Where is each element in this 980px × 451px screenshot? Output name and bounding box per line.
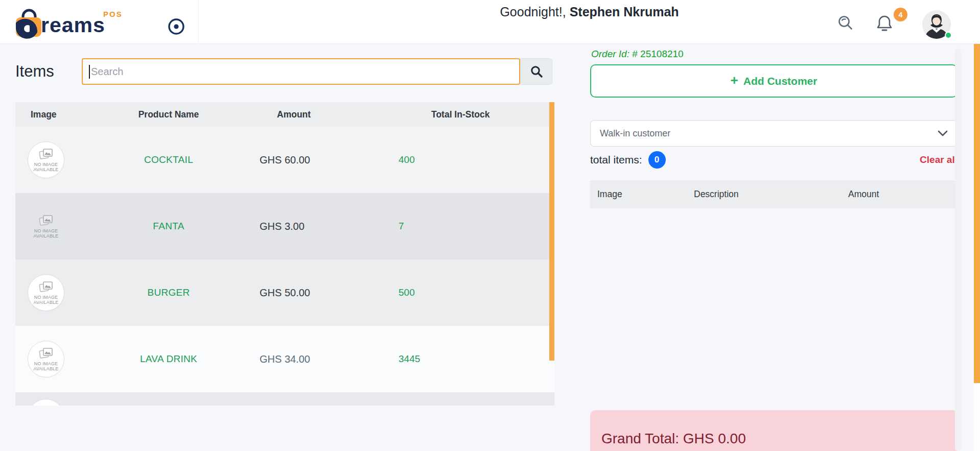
shopping-bag-icon bbox=[14, 5, 44, 39]
product-amount: GHS 60.00 bbox=[235, 154, 363, 166]
header-circle-toggle-icon[interactable] bbox=[168, 18, 185, 37]
product-image-cell: NO IMAGE AVAILABLE bbox=[15, 274, 102, 311]
product-image-cell: NO IMAGE AVAILABLE bbox=[15, 208, 102, 245]
photo-placeholder-icon bbox=[39, 281, 53, 293]
photo-placeholder-icon bbox=[39, 148, 53, 160]
photo-placeholder-icon bbox=[39, 215, 53, 227]
add-customer-label: Add Customer bbox=[743, 75, 818, 87]
greeting-text: Goodnight!, Stephen Nkrumah bbox=[199, 5, 980, 19]
cart-col-description: Description bbox=[694, 189, 848, 200]
items-search-button[interactable] bbox=[520, 58, 552, 85]
brand-pos-suffix: POS bbox=[103, 10, 123, 18]
product-name: BURGER bbox=[102, 287, 235, 298]
product-stock: 3445 bbox=[363, 353, 554, 365]
no-image-placeholder: NO IMAGE AVAILABLE bbox=[28, 208, 64, 245]
notification-count-badge[interactable]: 4 bbox=[894, 8, 907, 21]
product-stock: 500 bbox=[363, 287, 554, 298]
add-customer-button[interactable]: + Add Customer bbox=[590, 64, 958, 98]
pos-app: reams POS Goodnight!, Stephen Nkrumah bbox=[0, 0, 980, 451]
order-id-value: # 25108210 bbox=[632, 49, 683, 59]
products-table-header: Image Product Name Amount Total In-Stock bbox=[15, 102, 554, 127]
brand-wordmark: reams bbox=[41, 15, 105, 36]
no-image-placeholder: NO IMAGE AVAILABLE bbox=[28, 141, 64, 178]
products-table: Image Product Name Amount Total In-Stock… bbox=[15, 102, 554, 406]
no-image-placeholder bbox=[28, 399, 64, 406]
cart-col-image: Image bbox=[590, 189, 694, 200]
items-list-scrollbar[interactable] bbox=[549, 102, 554, 361]
product-name: FANTA bbox=[102, 221, 235, 232]
cart-col-amount: Amount bbox=[848, 189, 958, 200]
no-image-line1: NO IMAGE bbox=[34, 228, 59, 233]
page-scrollbar[interactable] bbox=[974, 0, 980, 451]
no-image-placeholder: NO IMAGE AVAILABLE bbox=[28, 341, 64, 377]
no-image-line1: NO IMAGE bbox=[34, 162, 59, 167]
items-panel-title: Items bbox=[15, 62, 54, 81]
text-cursor bbox=[89, 65, 90, 79]
total-items-label: total items: bbox=[590, 154, 642, 166]
product-stock: 400 bbox=[363, 154, 554, 165]
order-panel-scrollbar-track[interactable] bbox=[955, 49, 961, 451]
logo-section: reams POS bbox=[0, 0, 199, 44]
grand-total-banner: Grand Total: GHS 0.00 bbox=[590, 410, 958, 451]
totals-row: total items: 0 Clear all bbox=[590, 149, 958, 171]
page-scrollbar-thumb[interactable] bbox=[974, 0, 980, 383]
magnifier-icon bbox=[530, 65, 543, 78]
col-amount: Amount bbox=[235, 109, 363, 120]
order-id-label: Order Id: bbox=[591, 49, 629, 59]
no-image-line2: AVAILABLE bbox=[34, 300, 59, 305]
chevron-down-icon bbox=[938, 130, 948, 136]
product-row-fanta[interactable]: NO IMAGE AVAILABLE FANTA GHS 3.00 7 bbox=[15, 193, 554, 259]
product-name: LAVA DRINK bbox=[102, 353, 235, 365]
product-amount: GHS 34.00 bbox=[235, 353, 363, 365]
items-search-input[interactable] bbox=[82, 58, 520, 85]
product-image-cell: NO IMAGE AVAILABLE bbox=[15, 141, 102, 178]
clear-all-button[interactable]: Clear all bbox=[920, 154, 958, 165]
product-row-lava-drink[interactable]: NO IMAGE AVAILABLE LAVA DRINK GHS 34.00 … bbox=[15, 326, 554, 392]
product-row-partial[interactable] bbox=[15, 392, 554, 406]
cart-table-header: Image Description Amount bbox=[590, 180, 958, 208]
notifications-bell-icon[interactable] bbox=[875, 14, 894, 35]
product-name: COCKTAIL bbox=[102, 154, 235, 165]
product-amount: GHS 3.00 bbox=[235, 221, 363, 232]
search-icon[interactable] bbox=[837, 14, 854, 34]
col-product-name: Product Name bbox=[102, 109, 235, 120]
product-image-cell: NO IMAGE AVAILABLE bbox=[15, 341, 102, 377]
user-name: Stephen Nkrumah bbox=[570, 5, 679, 19]
plus-icon: + bbox=[731, 73, 738, 88]
grand-total-label: Grand Total: bbox=[601, 431, 679, 446]
no-image-line2: AVAILABLE bbox=[34, 366, 59, 371]
total-items-count-badge: 0 bbox=[648, 151, 666, 169]
no-image-line1: NO IMAGE bbox=[34, 295, 59, 300]
product-row-cocktail[interactable]: NO IMAGE AVAILABLE COCKTAIL GHS 60.00 40… bbox=[15, 127, 554, 193]
greeting-label: Goodnight!, bbox=[500, 5, 566, 19]
online-status-dot bbox=[945, 32, 952, 39]
order-id: Order Id: # 25108210 bbox=[591, 49, 684, 60]
brand-logo[interactable]: reams POS bbox=[14, 5, 105, 39]
grand-total-value: GHS 0.00 bbox=[683, 431, 746, 446]
product-amount: GHS 50.00 bbox=[235, 287, 363, 299]
product-stock: 7 bbox=[363, 221, 554, 232]
no-image-line1: NO IMAGE bbox=[34, 361, 59, 366]
col-total-in-stock: Total In-Stock bbox=[363, 109, 554, 120]
no-image-placeholder: NO IMAGE AVAILABLE bbox=[28, 274, 64, 311]
customer-selected-value: Walk-in customer bbox=[600, 128, 670, 139]
customer-select-dropdown[interactable]: Walk-in customer bbox=[590, 120, 958, 147]
no-image-line2: AVAILABLE bbox=[34, 233, 59, 239]
col-image: Image bbox=[15, 109, 102, 120]
no-image-line2: AVAILABLE bbox=[34, 167, 59, 172]
top-bar: reams POS Goodnight!, Stephen Nkrumah bbox=[0, 0, 980, 44]
photo-placeholder-icon bbox=[39, 347, 53, 360]
product-row-burger[interactable]: NO IMAGE AVAILABLE BURGER GHS 50.00 500 bbox=[15, 259, 554, 326]
